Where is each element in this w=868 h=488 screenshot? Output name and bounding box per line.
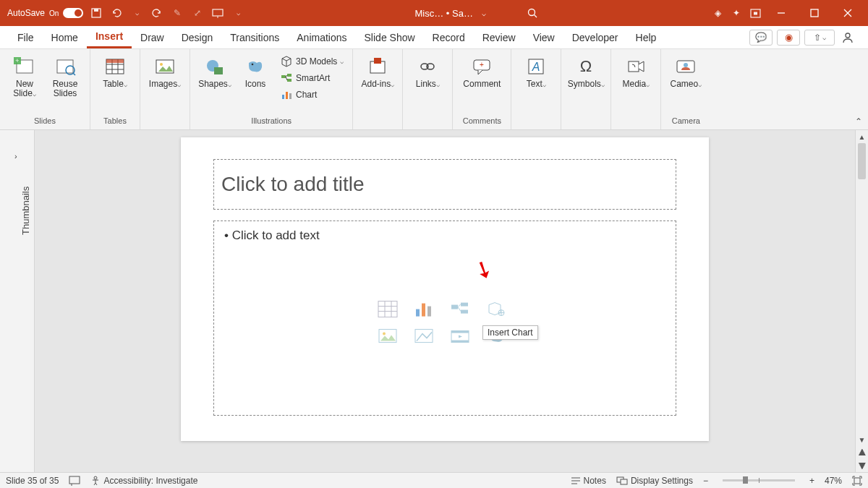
zoom-slider[interactable] (723, 479, 795, 481)
slide-counter[interactable]: Slide 35 of 35 (6, 476, 59, 486)
thumbnails-expand-icon[interactable]: › (14, 152, 17, 160)
redo-icon[interactable] (150, 6, 164, 20)
3d-models-icon (280, 55, 293, 68)
display-settings-button[interactable]: Display Settings (616, 476, 693, 486)
next-slide-icon[interactable]: ⯆ (856, 459, 868, 472)
accessibility-status[interactable]: Accessibility: Investigate (90, 476, 197, 486)
ribbon-insert: + New Slide Reuse Slides Slides Table Ta… (0, 49, 868, 130)
qat-icon-1[interactable]: ✎ (170, 6, 184, 20)
title-placeholder[interactable]: Click to add title (213, 159, 676, 210)
fit-to-window-icon[interactable] (852, 476, 862, 486)
svg-rect-73 (854, 478, 860, 484)
present-icon[interactable] (210, 6, 225, 20)
slide[interactable]: Click to add title Click to add text ➘ I… (181, 137, 709, 441)
comments-pane-button[interactable]: 💬 (749, 30, 773, 46)
links-button[interactable]: Links (409, 53, 446, 90)
tab-home[interactable]: Home (43, 27, 87, 48)
thumbnails-panel: › Thumbnails (0, 130, 35, 472)
undo-icon[interactable] (109, 6, 124, 20)
insert-picture-icon[interactable] (376, 327, 399, 347)
accessibility-icon (90, 476, 101, 486)
zoom-out-button[interactable]: − (703, 476, 708, 486)
tab-draw[interactable]: Draw (132, 27, 173, 48)
icons-icon (244, 55, 267, 78)
tab-animations[interactable]: Animations (288, 27, 355, 48)
scroll-up-icon[interactable]: ▲ (856, 130, 868, 143)
prev-slide-icon[interactable]: ⯅ (856, 446, 868, 459)
text-button[interactable]: A Text (517, 53, 555, 90)
comment-button[interactable]: + Comment (459, 53, 505, 90)
notes-icon (571, 476, 581, 485)
smartart-button[interactable]: SmartArt (277, 70, 346, 86)
tab-developer[interactable]: Developer (563, 27, 627, 48)
vertical-scrollbar[interactable]: ▲ ▼ ⯅ ⯆ (855, 130, 868, 472)
doc-name-dropdown-icon[interactable]: ⌵ (482, 9, 486, 17)
insert-icons-icon[interactable] (485, 327, 508, 347)
maximize-button[interactable] (800, 3, 829, 23)
window-mode-icon[interactable] (748, 6, 762, 20)
insert-table-icon[interactable] (376, 299, 399, 320)
tab-insert[interactable]: Insert (87, 26, 132, 48)
tab-record[interactable]: Record (424, 27, 474, 48)
spellcheck-icon[interactable] (69, 476, 80, 486)
svg-rect-65 (451, 341, 469, 343)
insert-smartart-icon[interactable] (448, 299, 472, 320)
scroll-thumb[interactable] (858, 143, 867, 179)
record-button[interactable]: ◉ (777, 30, 800, 46)
insert-video-icon[interactable] (448, 327, 472, 347)
svg-line-5 (534, 15, 537, 18)
svg-rect-66 (69, 476, 80, 484)
content-placeholder[interactable]: Click to add text (213, 221, 676, 416)
svg-rect-35 (289, 93, 292, 99)
symbols-button[interactable]: Ω Symbols (567, 53, 605, 90)
images-button[interactable]: Images (146, 53, 184, 90)
svg-rect-53 (416, 309, 420, 317)
shapes-icon (203, 55, 226, 78)
insert-stock-icon[interactable] (412, 327, 435, 347)
qat-icon-2[interactable]: ⤢ (190, 6, 205, 20)
collapse-ribbon-icon[interactable]: ⌃ (855, 116, 862, 127)
undo-dropdown-icon[interactable]: ⌵ (129, 6, 144, 20)
svg-text:A: A (532, 61, 540, 73)
user-icon[interactable] (839, 31, 856, 44)
table-button[interactable]: Table (96, 53, 134, 90)
new-slide-button[interactable]: + New Slide (6, 53, 43, 100)
close-button[interactable] (833, 3, 862, 23)
zoom-in-button[interactable]: + (809, 476, 814, 486)
cameo-button[interactable]: Cameo (667, 53, 705, 90)
svg-rect-33 (282, 95, 284, 99)
insert-3d-icon[interactable] (485, 299, 508, 320)
shapes-button[interactable]: Shapes (196, 53, 234, 90)
save-icon[interactable] (89, 6, 103, 20)
notes-button[interactable]: Notes (571, 476, 606, 486)
svg-text:+: + (480, 61, 484, 69)
tab-view[interactable]: View (524, 27, 563, 48)
diamond-icon[interactable]: ◈ (710, 6, 725, 20)
svg-point-47 (684, 63, 688, 67)
reuse-slides-button[interactable]: Reuse Slides (46, 53, 84, 100)
qat-customize-icon[interactable]: ⌵ (231, 6, 245, 20)
share-button[interactable]: ⇧ ⌵ (804, 30, 835, 46)
tab-help[interactable]: Help (627, 27, 665, 48)
addins-button[interactable]: Add-ins (359, 53, 396, 90)
chart-button[interactable]: Chart (277, 87, 346, 103)
scroll-down-icon[interactable]: ▼ (856, 433, 868, 446)
icons-button[interactable]: Icons (237, 53, 274, 90)
addins-icon (366, 55, 389, 78)
media-button[interactable]: Media (617, 53, 655, 90)
3d-models-button[interactable]: 3D Models ⌵ (277, 53, 346, 69)
cameo-icon (674, 55, 697, 78)
tab-slideshow[interactable]: Slide Show (356, 27, 424, 48)
search-icon[interactable] (524, 4, 541, 22)
tab-file[interactable]: File (9, 27, 43, 48)
autosave-toggle-group[interactable]: AutoSave On (7, 8, 83, 18)
tab-design[interactable]: Design (173, 27, 222, 48)
wand-icon[interactable]: ✦ (729, 6, 744, 20)
zoom-level[interactable]: 47% (825, 476, 842, 486)
document-name[interactable]: Misc… • Sa… (414, 8, 472, 19)
toggle-switch-icon[interactable] (63, 8, 83, 18)
minimize-button[interactable] (767, 3, 796, 23)
insert-chart-icon[interactable] (412, 299, 435, 320)
tab-transitions[interactable]: Transitions (221, 27, 288, 48)
tab-review[interactable]: Review (474, 27, 524, 48)
